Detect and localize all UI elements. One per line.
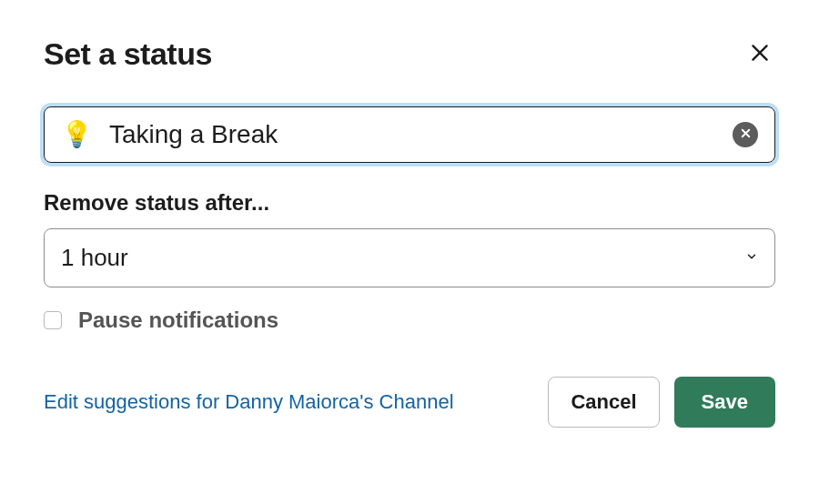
cancel-button[interactable]: Cancel: [548, 377, 659, 428]
modal-title: Set a status: [44, 36, 212, 72]
remove-after-label: Remove status after...: [44, 190, 775, 216]
modal-header: Set a status: [44, 36, 775, 72]
save-button[interactable]: Save: [674, 377, 775, 428]
clear-status-button[interactable]: [733, 122, 758, 147]
status-input-container[interactable]: 💡: [44, 106, 775, 163]
chevron-down-icon: [745, 250, 758, 267]
status-text-input[interactable]: [109, 120, 733, 149]
pause-notifications-row: Pause notifications: [44, 307, 775, 333]
edit-suggestions-link[interactable]: Edit suggestions for Danny Maiorca's Cha…: [44, 390, 454, 414]
pause-notifications-checkbox[interactable]: [44, 311, 62, 329]
remove-after-value: 1 hour: [61, 244, 128, 272]
modal-footer: Edit suggestions for Danny Maiorca's Cha…: [44, 377, 775, 428]
remove-after-select[interactable]: 1 hour: [44, 228, 775, 287]
close-button[interactable]: [744, 37, 775, 71]
emoji-picker-button[interactable]: 💡: [61, 122, 93, 147]
close-icon: [748, 54, 772, 67]
footer-buttons: Cancel Save: [548, 377, 775, 428]
pause-notifications-label: Pause notifications: [78, 307, 278, 333]
clear-icon: [740, 127, 752, 142]
